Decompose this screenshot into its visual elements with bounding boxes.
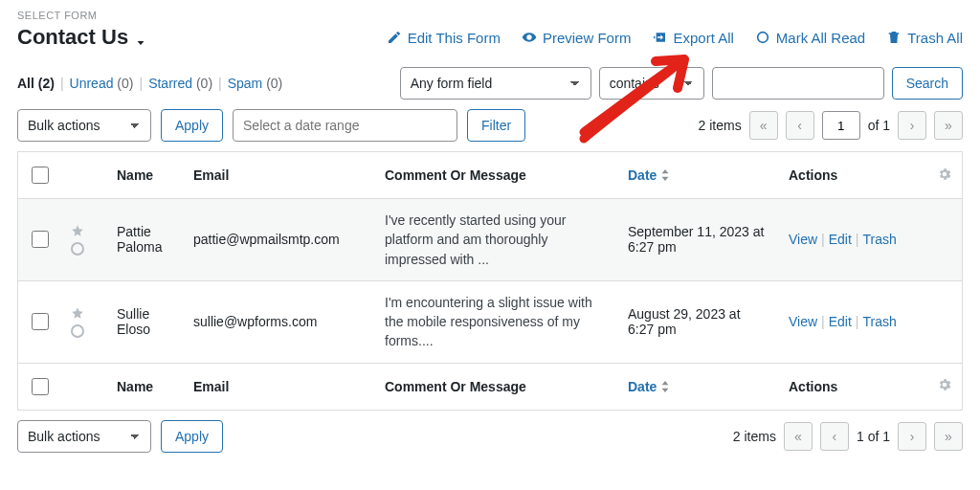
pagination-bottom: 2 items « ‹ 1 of 1 › » — [733, 422, 963, 451]
col-message[interactable]: Comment Or Message — [375, 152, 618, 199]
cell-date: August 29, 2023 at 6:27 pm — [618, 280, 779, 363]
items-count: 2 items — [699, 118, 742, 133]
page-first-button[interactable]: « — [784, 422, 813, 451]
page-next-button[interactable]: › — [898, 422, 926, 451]
edit-link[interactable]: Edit — [829, 314, 852, 329]
filter-starred[interactable]: Starred (0) — [148, 76, 212, 91]
view-link[interactable]: View — [789, 232, 817, 247]
page-of-text: of 1 — [868, 118, 890, 133]
table-row: Pattie Paloma pattie@wpmailsmtp.com I've… — [18, 199, 963, 281]
mark-all-read-label: Mark All Read — [776, 30, 865, 46]
star-icon[interactable] — [71, 306, 84, 323]
filter-button[interactable]: Filter — [467, 109, 525, 142]
form-selector[interactable]: Contact Us — [17, 25, 147, 50]
trash-link[interactable]: Trash — [863, 232, 897, 247]
page-last-button[interactable]: » — [934, 422, 963, 451]
filter-all[interactable]: All (2) — [17, 76, 55, 91]
cell-email: pattie@wpmailsmtp.com — [184, 199, 375, 281]
cell-date: September 11, 2023 at 6:27 pm — [618, 199, 779, 281]
circle-icon — [755, 30, 770, 45]
select-all-checkbox-footer[interactable] — [32, 378, 49, 395]
page-number-input[interactable] — [822, 111, 860, 140]
select-form-label: SELECT FORM — [17, 10, 963, 21]
chevron-down-icon — [134, 31, 147, 44]
col-date-sort-footer[interactable]: Date — [628, 379, 670, 394]
preview-form-label: Preview Form — [543, 30, 632, 46]
view-link[interactable]: View — [789, 314, 817, 329]
col-name[interactable]: Name — [107, 152, 184, 199]
export-all-label: Export All — [673, 30, 733, 46]
col-name-footer[interactable]: Name — [107, 363, 184, 410]
sort-icon — [660, 169, 670, 181]
row-checkbox[interactable] — [32, 231, 49, 248]
col-email[interactable]: Email — [184, 152, 375, 199]
page-next-button[interactable]: › — [898, 111, 926, 140]
table-row: Sullie Eloso sullie@wpforms.com I'm enco… — [18, 280, 963, 363]
cell-email: sullie@wpforms.com — [184, 280, 375, 363]
preview-form-link[interactable]: Preview Form — [522, 30, 632, 46]
bulk-actions-select-bottom[interactable]: Bulk actions — [17, 420, 151, 453]
search-button[interactable]: Search — [892, 67, 963, 100]
pencil-icon — [387, 30, 402, 45]
svg-point-0 — [757, 33, 768, 43]
pagination-top: 2 items « ‹ of 1 › » — [699, 111, 963, 140]
gear-icon[interactable] — [937, 380, 952, 395]
page-first-button[interactable]: « — [749, 111, 778, 140]
gear-icon[interactable] — [937, 169, 952, 185]
col-date-sort[interactable]: Date — [628, 167, 670, 183]
star-icon[interactable] — [71, 224, 84, 240]
read-indicator-icon[interactable] — [71, 324, 84, 338]
status-filters: All (2) | Unread (0) | Starred (0) | Spa… — [17, 76, 282, 91]
cell-message: I'm encountering a slight issue with the… — [385, 293, 609, 351]
mark-all-read-link[interactable]: Mark All Read — [755, 30, 865, 46]
filter-unread[interactable]: Unread (0) — [70, 76, 134, 91]
bulk-actions-select[interactable]: Bulk actions — [17, 109, 151, 142]
page-current: 1 of 1 — [857, 429, 890, 444]
select-all-checkbox[interactable] — [32, 167, 49, 184]
trash-icon — [886, 30, 902, 45]
col-actions: Actions — [779, 152, 927, 199]
page-last-button[interactable]: » — [934, 111, 963, 140]
form-name: Contact Us — [17, 25, 128, 50]
edit-link[interactable]: Edit — [829, 232, 852, 247]
sort-icon — [660, 381, 670, 392]
page-prev-button[interactable]: ‹ — [820, 422, 849, 451]
search-operator-select[interactable]: contains — [599, 67, 704, 100]
cell-name: Pattie Paloma — [107, 199, 184, 281]
read-indicator-icon[interactable] — [71, 242, 84, 256]
search-input[interactable] — [712, 67, 884, 100]
eye-icon — [522, 30, 537, 45]
bulk-apply-button-bottom[interactable]: Apply — [161, 420, 223, 453]
row-checkbox[interactable] — [32, 313, 49, 330]
cell-name: Sullie Eloso — [107, 280, 184, 363]
trash-all-link[interactable]: Trash All — [886, 30, 963, 46]
search-field-select[interactable]: Any form field — [400, 67, 591, 100]
entries-table: Name Email Comment Or Message Date Actio… — [17, 151, 963, 411]
items-count: 2 items — [733, 429, 776, 444]
trash-all-label: Trash All — [907, 30, 963, 46]
filter-spam[interactable]: Spam (0) — [228, 76, 283, 91]
bulk-apply-button[interactable]: Apply — [161, 109, 223, 142]
export-all-link[interactable]: Export All — [652, 30, 733, 46]
date-range-input[interactable] — [233, 109, 457, 142]
col-actions-footer: Actions — [779, 363, 927, 410]
cell-message: I've recently started using your platfor… — [385, 211, 609, 269]
export-icon — [652, 30, 667, 45]
page-prev-button[interactable]: ‹ — [786, 111, 814, 140]
page-toolbar: Edit This Form Preview Form Export All M… — [387, 30, 963, 46]
trash-link[interactable]: Trash — [863, 314, 897, 329]
col-message-footer[interactable]: Comment Or Message — [375, 363, 618, 410]
edit-form-link[interactable]: Edit This Form — [387, 30, 501, 46]
edit-form-label: Edit This Form — [408, 30, 501, 46]
col-email-footer[interactable]: Email — [184, 363, 375, 410]
